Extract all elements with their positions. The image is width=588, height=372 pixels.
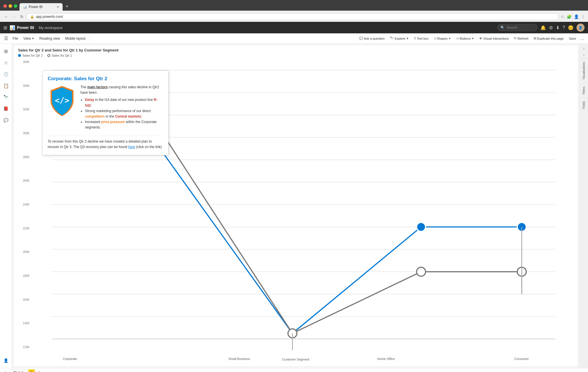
data-point-qtr2-homeoffice xyxy=(417,223,425,231)
svg-text:</>: </> xyxy=(55,96,69,105)
pbi-search-box[interactable]: 🔍 Search xyxy=(497,24,537,31)
sidebar-item-learn[interactable]: 📕 xyxy=(1,103,11,114)
address-bar[interactable]: 🔒 app.powerbi.com/ xyxy=(26,13,559,20)
ribbon: ☰ File View ▼ Reading view Mobile layout… xyxy=(0,33,588,44)
explore-chevron-icon: ▼ xyxy=(406,37,409,40)
nav-next-arrow[interactable]: ▶ xyxy=(6,371,9,372)
add-page-button[interactable]: + xyxy=(28,369,35,372)
mobile-layout-button[interactable]: Mobile layout xyxy=(63,35,88,42)
save-button[interactable]: Save xyxy=(566,36,578,41)
profile-icon[interactable]: 👤 xyxy=(574,14,579,19)
lock-icon: 🔒 xyxy=(30,15,34,19)
sidebar-item-recent[interactable]: 🕐 xyxy=(1,69,11,79)
annotation-footer: To recover from this Qtr 2 decline we ha… xyxy=(48,136,163,150)
annotation-box[interactable]: Corporate: Sales for Qtr 2 </> The main … xyxy=(42,70,169,155)
panel-collapse-right[interactable]: › xyxy=(583,52,585,57)
refresh-button[interactable]: ↻ Refresh xyxy=(512,35,531,41)
close-button[interactable] xyxy=(3,4,7,8)
visualizations-tab[interactable]: Visualizations xyxy=(582,59,586,82)
refresh-button[interactable]: ↻ xyxy=(19,14,25,20)
nav-prev-arrow[interactable]: ◀ xyxy=(2,371,5,372)
legend-dot-qtr1 xyxy=(47,54,50,57)
shapes-icon: ◇ xyxy=(434,37,436,40)
view-menu[interactable]: View ▼ xyxy=(21,35,36,42)
back-button[interactable]: ← xyxy=(3,14,9,20)
notification-icon[interactable]: 🔔 xyxy=(540,25,546,30)
hamburger-menu[interactable]: ☰ xyxy=(2,34,10,42)
x-label-homeoffice: Home Office xyxy=(377,357,395,361)
legend-dot-qtr2 xyxy=(18,54,21,57)
pbi-app-name: Power BI xyxy=(17,25,34,30)
filters-tab[interactable]: Filters xyxy=(582,83,586,97)
y-label-200k: 200K xyxy=(15,250,30,254)
ask-icon: 💬 xyxy=(359,37,363,40)
new-tab-button[interactable]: + xyxy=(63,2,71,11)
browser-toolbar-icons: ☆ 🧩 👤 ⋮ xyxy=(561,14,585,19)
sidebar-item-home[interactable]: ⊞ xyxy=(1,46,11,56)
visual-interactions-icon: 👁 xyxy=(479,37,482,40)
fields-tab[interactable]: Fields xyxy=(582,98,586,112)
page1-tab[interactable]: Page 1 xyxy=(10,369,27,372)
reading-view-button[interactable]: Reading view xyxy=(37,35,62,42)
more-options-button[interactable]: ... xyxy=(579,35,586,42)
feedback-icon[interactable]: 😊 xyxy=(568,25,574,30)
user-avatar[interactable]: 👤 xyxy=(577,24,585,32)
download-icon[interactable]: ⬇ xyxy=(556,25,560,30)
tab-title: Power BI xyxy=(29,5,43,9)
shapes-button[interactable]: ◇ Shapes ▼ xyxy=(432,35,453,41)
tab-close-icon[interactable]: ✕ xyxy=(57,5,59,9)
shapes-chevron-icon: ▼ xyxy=(448,37,451,40)
y-label-360k: 360K xyxy=(15,60,30,64)
sidebar-item-favorites[interactable]: ☆ xyxy=(1,57,11,68)
help-icon[interactable]: ? xyxy=(562,25,565,30)
y-label-160k: 160K xyxy=(15,298,30,301)
sidebar-item-apps[interactable]: 📋 xyxy=(1,80,11,91)
ask-question-button[interactable]: 💬 Ask a question xyxy=(357,35,387,41)
y-label-120k: 120K xyxy=(15,346,30,349)
browser-chrome: 📊 Power BI ✕ + xyxy=(0,0,588,11)
panel-collapse-left[interactable]: ‹ xyxy=(583,46,585,51)
maximize-button[interactable] xyxy=(14,4,17,8)
tab-favicon: 📊 xyxy=(23,5,27,9)
y-label-220k: 220K xyxy=(15,227,30,230)
file-menu[interactable]: File xyxy=(10,35,20,42)
pbi-logo: 📊 Power BI xyxy=(9,25,34,30)
shield-logo-icon: </> xyxy=(48,85,76,118)
traffic-lights xyxy=(3,4,17,8)
settings-icon[interactable]: ⚙ xyxy=(549,25,553,30)
duplicate-page-button[interactable]: ⧉ Duplicate this page xyxy=(531,35,566,41)
chart-header: Sales for Qtr 2 and Sales for Qtr 1 by C… xyxy=(13,45,578,59)
left-sidebar: ⊞ ☆ 🕐 📋 🔭 📕 💬 👤 xyxy=(0,44,12,368)
explore-icon: 🔭 xyxy=(390,37,394,40)
x-label-consumer: Consumer xyxy=(514,357,529,361)
text-box-icon: T xyxy=(414,37,416,40)
sidebar-item-messages[interactable]: 💬 xyxy=(1,115,11,125)
sidebar-item-profile[interactable]: 👤 xyxy=(1,355,11,366)
app-menu-icon[interactable]: ⊞ xyxy=(3,25,7,30)
expand-icon[interactable]: ↗ xyxy=(37,370,40,372)
data-point-qtr1-homeoffice xyxy=(417,267,425,276)
visual-interactions-button[interactable]: 👁 Visual interactions xyxy=(477,36,511,41)
more-icon[interactable]: ⋮ xyxy=(581,14,585,19)
bookmark-icon[interactable]: ☆ xyxy=(561,14,564,19)
pbi-workspace[interactable]: My workspace xyxy=(39,26,63,30)
y-axis-labels: 360K 340K 320K 300K 280K 260K 240K 220K … xyxy=(13,59,31,350)
y-label-320k: 320K xyxy=(15,108,30,111)
recovery-plan-link[interactable]: here xyxy=(128,145,135,149)
buttons-button[interactable]: ▭ Buttons ▼ xyxy=(454,35,476,41)
text-box-button[interactable]: T Text box xyxy=(412,36,431,41)
forward-button[interactable]: → xyxy=(11,14,17,20)
sidebar-item-discover[interactable]: 🔭 xyxy=(1,92,11,102)
y-label-240k: 240K xyxy=(15,203,30,206)
pbi-header-right: 🔍 Search 🔔 ⚙ ⬇ ? 😊 👤 xyxy=(497,24,585,32)
active-tab[interactable]: 📊 Power BI ✕ xyxy=(20,3,63,11)
duplicate-icon: ⧉ xyxy=(534,37,536,40)
annotation-logo: </> xyxy=(48,85,76,132)
search-placeholder: Search xyxy=(506,26,517,30)
annotation-title: Corporate: Sales for Qtr 2 xyxy=(48,76,163,82)
minimize-button[interactable] xyxy=(9,4,12,8)
explore-button[interactable]: 🔭 Explore ▼ xyxy=(388,35,411,41)
annotation-text: The main factors causing this sales decl… xyxy=(80,85,163,132)
extension-icon[interactable]: 🧩 xyxy=(567,14,572,19)
canvas-area: Sales for Qtr 2 and Sales for Qtr 1 by C… xyxy=(13,45,578,367)
